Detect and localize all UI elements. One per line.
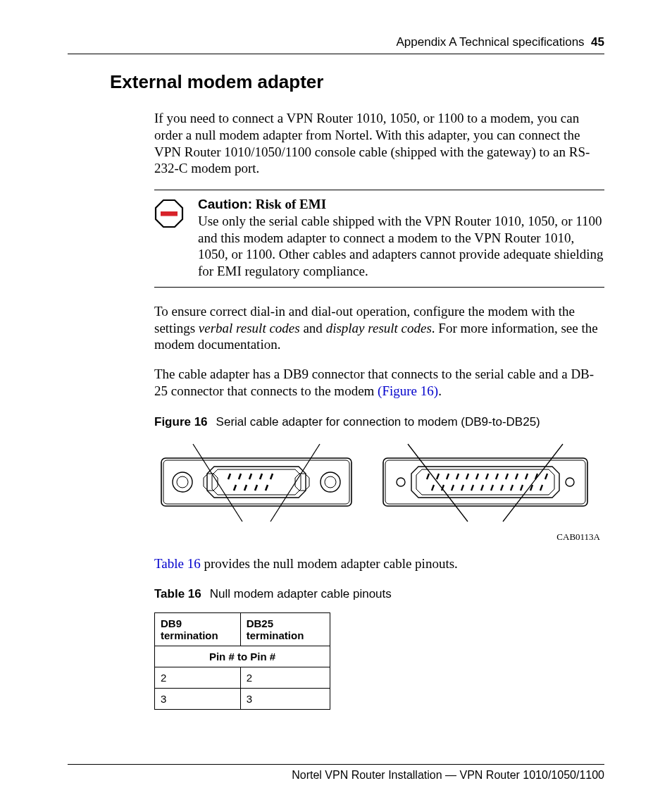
svg-line-33 [466, 474, 468, 479]
svg-line-53 [540, 485, 542, 491]
svg-line-45 [461, 485, 463, 491]
figure-code: CAB0113A [154, 531, 600, 543]
svg-line-44 [452, 485, 454, 491]
svg-line-14 [249, 474, 251, 479]
page-header: Appendix A Technical specifications 45 [68, 35, 604, 49]
paragraph-intro: If you need to connect a VPN Router 1010… [154, 110, 604, 177]
svg-line-16 [270, 474, 273, 479]
svg-line-22 [270, 444, 320, 522]
svg-line-18 [244, 485, 247, 491]
table-subhead: Pin # to Pin # [155, 646, 330, 667]
svg-line-48 [491, 485, 493, 491]
svg-point-25 [397, 478, 405, 486]
paragraph-config: To ensure correct dial-in and dial-out o… [154, 303, 604, 353]
svg-line-17 [234, 485, 236, 491]
svg-point-4 [173, 472, 192, 492]
pinout-table: DB9 termination DB25 termination Pin # t… [154, 612, 330, 710]
svg-marker-10 [204, 474, 218, 491]
svg-line-21 [193, 444, 242, 522]
footer-rule [68, 764, 604, 765]
svg-line-32 [456, 474, 459, 479]
page-footer: Nortel VPN Router Installation — VPN Rou… [68, 769, 604, 782]
figure-image [154, 441, 604, 529]
figure-reference-link[interactable]: (Figure 16) [378, 383, 438, 398]
svg-line-41 [545, 474, 547, 479]
svg-line-34 [476, 474, 478, 479]
svg-line-36 [496, 474, 498, 479]
table-reference-link[interactable]: Table 16 [154, 556, 201, 571]
svg-marker-9 [212, 469, 301, 495]
svg-line-42 [432, 485, 434, 491]
section-title: External modem adapter [110, 71, 604, 93]
svg-point-7 [325, 476, 336, 488]
svg-line-47 [481, 485, 483, 491]
svg-line-46 [471, 485, 473, 491]
svg-rect-2 [161, 458, 351, 506]
svg-line-37 [506, 474, 508, 479]
svg-line-19 [255, 485, 257, 491]
header-page-number: 45 [591, 35, 604, 49]
table-col-db25: DB25 termination [240, 613, 330, 646]
svg-line-54 [408, 444, 468, 522]
svg-rect-1 [161, 211, 178, 216]
figure-caption: Figure 16Serial cable adapter for connec… [154, 415, 604, 429]
svg-point-6 [321, 472, 340, 492]
header-chapter: Appendix A Technical specifications [396, 35, 584, 49]
svg-line-51 [521, 485, 523, 491]
table-col-db9: DB9 termination [155, 613, 241, 646]
caution-label: Caution: [198, 197, 252, 211]
caution-block: Caution: Risk of EMI Use only the serial… [154, 190, 604, 288]
caution-text: Caution: Risk of EMI Use only the serial… [198, 196, 604, 280]
svg-line-35 [486, 474, 488, 479]
svg-point-5 [177, 476, 188, 488]
svg-marker-8 [207, 467, 306, 498]
svg-line-29 [427, 474, 429, 479]
caution-icon [154, 196, 198, 280]
svg-line-39 [525, 474, 528, 479]
svg-line-15 [260, 474, 262, 479]
svg-marker-11 [295, 474, 309, 491]
caution-title: Risk of EMI [256, 197, 326, 211]
svg-line-13 [239, 474, 241, 479]
paragraph-table-intro: Table 16 provides the null modem adapter… [154, 555, 604, 572]
svg-rect-23 [383, 458, 587, 506]
table-row: 2 2 [155, 667, 330, 689]
svg-line-38 [516, 474, 518, 479]
svg-line-55 [503, 444, 563, 522]
caution-body: Use only the serial cable shipped with t… [198, 214, 603, 278]
svg-line-49 [501, 485, 503, 491]
svg-marker-27 [411, 467, 559, 498]
paragraph-connectors: The cable adapter has a DB9 connector th… [154, 366, 604, 400]
svg-line-20 [266, 485, 268, 491]
table-caption: Table 16Null modem adapter cable pinouts [154, 587, 604, 601]
svg-line-31 [447, 474, 449, 479]
table-row: 3 3 [155, 689, 330, 710]
svg-point-26 [566, 478, 574, 486]
svg-line-12 [228, 474, 230, 479]
header-rule [68, 54, 604, 54]
svg-line-30 [437, 474, 439, 479]
svg-line-50 [511, 485, 513, 491]
